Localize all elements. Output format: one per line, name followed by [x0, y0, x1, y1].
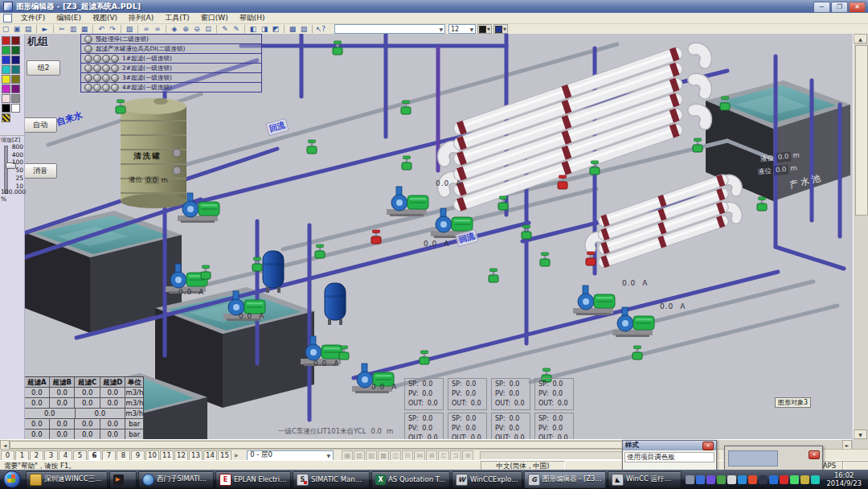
- pump-2[interactable]: [387, 187, 428, 216]
- restore-button[interactable]: ❐: [831, 2, 848, 13]
- scroll-right-icon[interactable]: ►: [842, 440, 852, 449]
- taskbar-winccexplorer-button[interactable]: W WinCCExplorer ...: [452, 471, 522, 488]
- layer-tab-9[interactable]: 9: [131, 450, 145, 460]
- align-right-icon[interactable]: ▧: [354, 450, 365, 461]
- tab-overflow-button[interactable]: »: [231, 451, 240, 459]
- menu-file[interactable]: 文件(F): [15, 13, 51, 23]
- taskbar-siemens-button[interactable]: 西门子SIMATIC ...: [138, 471, 214, 488]
- tray-icon[interactable]: [717, 475, 726, 484]
- scroll-up-icon[interactable]: ▲: [854, 34, 867, 43]
- paste-icon[interactable]: ▦: [79, 25, 90, 34]
- tray-icon[interactable]: [706, 475, 715, 484]
- layer-tab-1[interactable]: 1: [15, 450, 29, 460]
- color-palette[interactable]: [2, 36, 23, 122]
- tray-icon[interactable]: [748, 475, 757, 484]
- interlock-legend[interactable]: 预处理停(二级连锁) 超滤产水罐液位高高DI(二级连锁) 1#超滤(一级连锁) …: [80, 34, 262, 92]
- color-swatch[interactable]: [2, 36, 10, 45]
- tray-icon[interactable]: [811, 475, 820, 484]
- menu-view[interactable]: 视图(V): [87, 13, 123, 23]
- zoom-out-icon[interactable]: ⊖: [191, 25, 203, 34]
- layer-tab-2[interactable]: 2: [30, 450, 43, 460]
- library-icon[interactable]: ▩: [287, 25, 298, 34]
- scroll-down-icon[interactable]: ▼: [854, 429, 867, 439]
- layer-tab-4[interactable]: 4: [59, 450, 72, 460]
- font-size-select[interactable]: 12▼: [448, 24, 476, 34]
- vertical-scroll-thumb[interactable]: [855, 45, 868, 216]
- taskbar-eplan-button[interactable]: E EPLAN Electric P...: [215, 471, 291, 488]
- help-icon[interactable]: ↖?: [315, 25, 326, 34]
- minimize-button[interactable]: ─: [813, 2, 830, 13]
- filter-vessel-2[interactable]: [325, 283, 346, 325]
- copy-icon[interactable]: ▥: [68, 25, 79, 34]
- ammeter-3[interactable]: 0.0A: [178, 288, 205, 296]
- tray-icon[interactable]: [727, 475, 736, 484]
- layer-tab-15[interactable]: 15: [218, 450, 231, 460]
- wash-tank-level[interactable]: 液位0.0m: [129, 175, 168, 185]
- color-swatch[interactable]: [2, 104, 10, 113]
- menu-edit[interactable]: 编辑(E): [51, 13, 87, 23]
- style-window-titlebar[interactable]: 样式 ✕: [623, 441, 716, 450]
- ammeter-1[interactable]: 0.0A: [436, 179, 462, 187]
- zoom-in-icon[interactable]: ⊕: [180, 25, 191, 34]
- layer-tab-10[interactable]: 10: [145, 450, 159, 460]
- layer-tab-11[interactable]: 11: [160, 450, 174, 460]
- align-top-icon[interactable]: ▨: [366, 450, 377, 461]
- flip-h-icon[interactable]: ◧: [248, 25, 259, 34]
- distribute-v-icon[interactable]: ⊠: [426, 450, 437, 461]
- color-swatch[interactable]: [2, 46, 10, 55]
- same-height-icon[interactable]: ⊐: [450, 450, 461, 461]
- vertical-scrollbar[interactable]: ▲ ▼: [853, 34, 868, 439]
- taskbar-wincc-runtime-button[interactable]: ◣ WinCC 运行系统: [608, 471, 682, 488]
- flow-pressure-table[interactable]: 编号超滤A 超滤B超滤C 超滤D单位 流量0.0 0.00.0 0.0m3/h …: [4, 376, 144, 449]
- layer-tab-3[interactable]: 3: [44, 450, 58, 460]
- redo-icon[interactable]: ↷: [107, 25, 118, 34]
- pid-panel-4[interactable]: SP:0.0 PV:0.0 OUT:0.0: [534, 378, 574, 410]
- ammeter-7[interactable]: 0.0A: [660, 302, 686, 310]
- color-swatch[interactable]: [2, 75, 10, 84]
- drawing-canvas[interactable]: 缩放[Z] 800400 10050 2510 100.000 % 机组 组2 …: [0, 34, 868, 449]
- color-swatch[interactable]: [11, 36, 20, 45]
- mute-button[interactable]: 消音: [23, 163, 57, 179]
- distribute-h-icon[interactable]: ⋈: [414, 450, 425, 461]
- object-icon[interactable]: ▨: [298, 25, 309, 34]
- undo-icon[interactable]: ↶: [96, 25, 107, 34]
- layer-tab-13[interactable]: 13: [189, 450, 203, 460]
- color-swatch[interactable]: [11, 94, 20, 103]
- taskbar-folder-button[interactable]: 深圳迪WINCC三...: [26, 471, 108, 488]
- layer-tab-8[interactable]: 8: [117, 450, 130, 460]
- close-button[interactable]: ✕: [849, 2, 866, 13]
- color-swatch[interactable]: [2, 94, 10, 103]
- style-window[interactable]: 样式 ✕ 使用项目调色板: [622, 440, 717, 471]
- tray-icon[interactable]: [738, 475, 747, 484]
- taskbar-clock[interactable]: 16:02 2014/9/23: [826, 471, 862, 487]
- align-bottom-icon[interactable]: ▩: [378, 450, 389, 461]
- ammeter-4[interactable]: 0.0A: [239, 312, 265, 320]
- layer-select[interactable]: 0 - 层0▼: [247, 450, 334, 461]
- stamp-icon[interactable]: ▧: [124, 25, 135, 34]
- cut-icon[interactable]: ✂: [56, 25, 68, 34]
- close-icon[interactable]: ✕: [809, 450, 820, 459]
- tray-icon[interactable]: [769, 475, 778, 484]
- tray-icon[interactable]: [696, 475, 705, 484]
- ammeter-8[interactable]: 0.0A: [371, 383, 398, 391]
- start-button[interactable]: [3, 471, 21, 488]
- same-width-icon[interactable]: ⊏: [438, 450, 449, 461]
- color-swatch[interactable]: [11, 46, 20, 55]
- rotate-icon[interactable]: ◩: [270, 25, 281, 34]
- membrane-bank-lower[interactable]: [590, 173, 737, 269]
- align-left-icon[interactable]: ▦: [342, 450, 353, 461]
- tray-icon[interactable]: [759, 475, 768, 484]
- select-icon[interactable]: ◈: [169, 25, 180, 34]
- tray-icon[interactable]: [780, 475, 788, 484]
- color-swatch[interactable]: [11, 104, 20, 113]
- taskbar-graphics-editor-button[interactable]: G 图形编辑器 - [Z3...: [524, 471, 606, 488]
- ammeter-5[interactable]: 0.0A: [313, 360, 340, 368]
- auto-button[interactable]: 自动: [23, 117, 57, 133]
- center-v-icon[interactable]: ⊟: [402, 450, 413, 461]
- ammeter-2[interactable]: 0.0A: [424, 240, 450, 248]
- font-family-select[interactable]: ▼: [334, 24, 445, 34]
- pump-8[interactable]: [573, 286, 615, 315]
- layer-tab-5[interactable]: 5: [73, 450, 87, 460]
- layer-tab-6[interactable]: 6: [88, 450, 101, 460]
- floating-window-2[interactable]: ✕: [724, 446, 823, 471]
